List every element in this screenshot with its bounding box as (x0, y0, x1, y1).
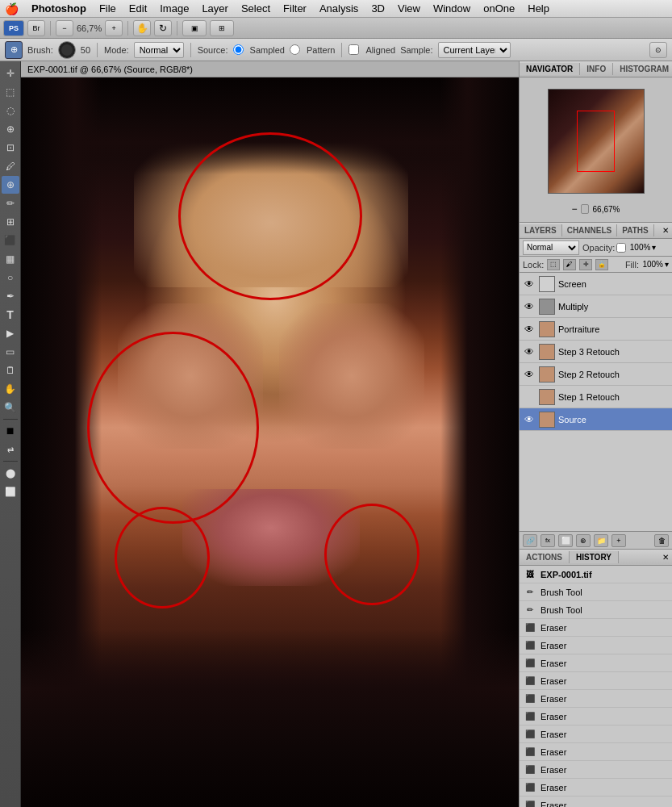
layer-row-6[interactable]: 👁Source (520, 408, 672, 431)
shape-tool[interactable]: ▭ (2, 343, 19, 361)
layer-row-3[interactable]: 👁Step 3 Retouch (520, 341, 672, 363)
healing-brush-tool[interactable]: ⊕ (5, 41, 23, 59)
history-item-7[interactable]: ⬛Eraser (520, 690, 672, 708)
menu-layer[interactable]: Layer (195, 1, 235, 16)
menu-onone[interactable]: onOne (477, 1, 521, 16)
menu-window[interactable]: Window (427, 1, 477, 16)
opacity-dropdown-icon[interactable]: ▾ (652, 243, 656, 252)
history-item-4[interactable]: ⬛Eraser (520, 637, 672, 654)
apple-menu[interactable]: 🍎 (5, 2, 19, 15)
zoom-tool[interactable]: 🔍 (2, 399, 19, 416)
history-item-6[interactable]: ⬛Eraser (520, 672, 672, 690)
photo-canvas[interactable] (21, 77, 519, 807)
history-item-8[interactable]: ⬛Eraser (520, 708, 672, 725)
layer-delete-btn[interactable]: 🗑 (654, 534, 669, 547)
menu-edit[interactable]: Edit (123, 1, 153, 16)
ps-logo-btn[interactable]: PS (3, 20, 24, 36)
layer-eye-2[interactable]: 👁 (523, 323, 536, 336)
history-item-2[interactable]: ✏Brush Tool (520, 601, 672, 619)
history-item-0[interactable]: 🖼EXP-0001.tif (520, 566, 672, 583)
tool-btn-1[interactable]: Br (27, 20, 45, 36)
layer-eye-1[interactable]: 👁 (523, 300, 536, 313)
quick-mask[interactable]: ⬤ (2, 464, 19, 482)
history-item-13[interactable]: ⬛Eraser (520, 797, 672, 807)
menu-select[interactable]: Select (235, 1, 277, 16)
menu-image[interactable]: Image (153, 1, 195, 16)
layer-row-4[interactable]: 👁Step 2 Retouch (520, 363, 672, 386)
screen-mode[interactable]: ⬜ (2, 483, 19, 500)
history-item-9[interactable]: ⬛Eraser (520, 725, 672, 743)
layer-link-btn[interactable]: 🔗 (523, 534, 537, 547)
layer-row-2[interactable]: 👁Portraiture (520, 318, 672, 341)
menu-file[interactable]: File (93, 1, 123, 16)
layer-group-btn[interactable]: 📁 (594, 534, 608, 547)
text-tool[interactable]: T (2, 306, 19, 324)
zoom-out-btn[interactable]: − (56, 20, 73, 36)
layer-eye-3[interactable]: 👁 (523, 345, 536, 358)
hand-tool[interactable]: ✋ (2, 380, 19, 398)
tab-actions[interactable]: ACTIONS (520, 551, 570, 563)
opacity-lock-check[interactable] (616, 243, 626, 253)
layer-adjust-btn[interactable]: ⊕ (576, 534, 591, 547)
layer-eye-4[interactable]: 👁 (523, 368, 536, 381)
layer-eye-6[interactable]: 👁 (523, 413, 536, 426)
history-close-btn[interactable]: ✕ (659, 553, 672, 562)
dodge-tool[interactable]: ○ (2, 269, 19, 286)
eraser-tool[interactable]: ⬛ (2, 232, 19, 249)
path-select-tool[interactable]: ▶ (2, 324, 19, 342)
history-item-5[interactable]: ⬛Eraser (520, 654, 672, 672)
layer-row-1[interactable]: 👁Multiply (520, 295, 672, 318)
blend-mode-select[interactable]: Normal (523, 240, 579, 255)
layer-eye-5[interactable] (523, 391, 536, 404)
brush-tool[interactable]: ✏ (2, 194, 19, 212)
history-item-3[interactable]: ⬛Eraser (520, 619, 672, 637)
menu-filter[interactable]: Filter (277, 1, 313, 16)
tab-histogram[interactable]: HISTOGRAM (613, 63, 672, 75)
zoom-minus-icon[interactable]: − (572, 203, 578, 215)
menu-analysis[interactable]: Analysis (313, 1, 365, 16)
layer-fx-btn[interactable]: fx (541, 534, 555, 547)
lock-paint-btn[interactable]: 🖌 (563, 259, 576, 270)
marquee-tool[interactable]: ⬚ (2, 83, 19, 101)
hand-tool-btn[interactable]: ✋ (133, 20, 151, 36)
layer-row-0[interactable]: 👁Screen (520, 273, 672, 295)
foreground-color[interactable]: ■ (2, 422, 19, 440)
menu-view[interactable]: View (391, 1, 427, 16)
layer-mask-btn[interactable]: ⬜ (558, 534, 573, 547)
lock-move-btn[interactable]: ✛ (579, 259, 592, 270)
notes-tool[interactable]: 🗒 (2, 362, 19, 379)
clone-tool[interactable]: ⊞ (2, 213, 19, 231)
canvas-tab[interactable]: EXP-0001.tif @ 66,67% (Source, RGB/8*) (21, 61, 519, 77)
tab-history[interactable]: HISTORY (570, 551, 619, 563)
tab-paths[interactable]: PATHS (617, 224, 653, 236)
gradient-tool[interactable]: ▦ (2, 250, 19, 268)
tab-layers[interactable]: LAYERS (520, 224, 562, 236)
layers-close-btn[interactable]: ✕ (659, 226, 672, 235)
zoom-in-btn[interactable]: + (105, 20, 123, 36)
eyedropper-tool[interactable]: 🖊 (2, 157, 19, 175)
lock-transparent-btn[interactable]: ⬚ (547, 259, 560, 270)
switch-colors[interactable]: ⇄ (2, 441, 19, 458)
layer-new-btn[interactable]: + (611, 534, 626, 547)
history-item-1[interactable]: ✏Brush Tool (520, 583, 672, 601)
history-item-10[interactable]: ⬛Eraser (520, 743, 672, 761)
tab-navigator[interactable]: NAVIGATOR (520, 63, 580, 75)
tab-info[interactable]: INFO (580, 63, 613, 75)
mode-select[interactable]: Normal (134, 42, 184, 58)
lock-all-btn[interactable]: 🔒 (595, 259, 608, 270)
pen-tool[interactable]: ✒ (2, 287, 19, 305)
canvas-content[interactable] (21, 77, 519, 807)
zoom-slider-thumb[interactable] (581, 204, 589, 214)
lasso-tool[interactable]: ◌ (2, 102, 19, 119)
rotate-tool-btn[interactable]: ↻ (154, 20, 172, 36)
aligned-checkbox[interactable] (349, 44, 359, 55)
nav-viewport-rect[interactable] (577, 111, 615, 173)
brush-preview[interactable] (58, 41, 76, 59)
fill-dropdown-icon[interactable]: ▾ (665, 260, 669, 269)
menu-photoshop[interactable]: Photoshop (25, 1, 93, 16)
menu-help[interactable]: Help (521, 1, 556, 16)
healing-tool[interactable]: ⊕ (2, 176, 19, 194)
history-item-12[interactable]: ⬛Eraser (520, 779, 672, 797)
view-mode-btn[interactable]: ▣ (182, 20, 207, 36)
history-item-11[interactable]: ⬛Eraser (520, 761, 672, 779)
